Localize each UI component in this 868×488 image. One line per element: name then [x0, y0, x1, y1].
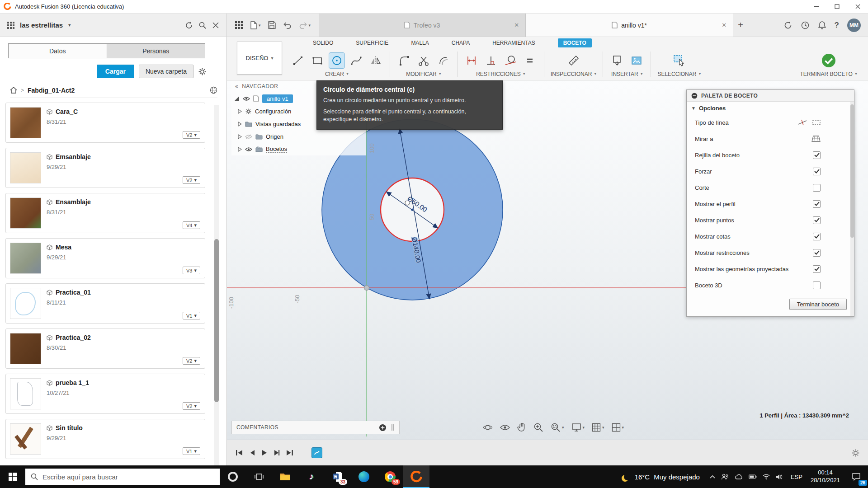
checkbox-rejilla[interactable]	[813, 151, 821, 159]
ribbon-tab-superficie[interactable]: SUPERFICIE	[356, 40, 388, 46]
taskbar-app-chrome[interactable]: 59	[377, 465, 403, 488]
insert-decal-icon[interactable]	[609, 53, 625, 68]
version-badge[interactable]: V2▾	[183, 357, 200, 365]
timeline-settings-gear-icon[interactable]	[851, 449, 860, 457]
perpendicular-constraint-icon[interactable]	[483, 53, 499, 68]
measure-tool-icon[interactable]	[566, 53, 581, 68]
expander-icon[interactable]	[238, 147, 242, 152]
taskbar-app-edge[interactable]	[351, 465, 377, 488]
taskbar-app-explorer[interactable]	[272, 465, 298, 488]
tree-row-origen[interactable]: Origen	[231, 130, 366, 143]
people-icon[interactable]	[721, 474, 729, 480]
onedrive-cloud-icon[interactable]	[735, 474, 743, 479]
checkbox-forzar[interactable]	[813, 168, 821, 175]
palette-section-opciones[interactable]: ▼ Opciones	[687, 102, 854, 114]
circle-tool-icon[interactable]	[329, 53, 344, 68]
panel-settings-gear-icon[interactable]	[198, 67, 207, 76]
version-badge[interactable]: V3▾	[183, 267, 200, 274]
offset-tool-icon[interactable]	[435, 53, 451, 68]
checkbox-geometrias-proyectadas[interactable]	[813, 265, 821, 273]
tree-row-bocetos[interactable]: Bocetos	[231, 143, 366, 155]
tangent-constraint-icon[interactable]	[503, 53, 518, 68]
taskbar-search[interactable]	[25, 469, 220, 485]
panel-scrollbar[interactable]	[214, 105, 219, 465]
group-label-seleccionar[interactable]: SELECCIONAR▾	[657, 71, 701, 79]
list-item[interactable]: Ensamblaje8/31/21 V4▾	[5, 193, 205, 233]
ribbon-tab-boceto[interactable]: BOCETO	[558, 38, 592, 47]
expander-icon[interactable]	[238, 122, 242, 127]
eye-icon[interactable]	[245, 147, 252, 152]
taskbar-app-fusion360[interactable]	[403, 465, 429, 488]
breadcrumb[interactable]: Fabdig_01-Act2	[28, 87, 75, 94]
save-icon[interactable]	[268, 21, 276, 29]
document-tab-trofeo[interactable]: Trofeo v3 ✕	[319, 14, 526, 37]
user-avatar[interactable]: MM	[847, 19, 861, 32]
battery-icon[interactable]	[749, 474, 757, 479]
checkbox-corte[interactable]	[813, 184, 821, 192]
timeline-play-icon[interactable]	[261, 449, 268, 456]
taskbar-task-view[interactable]	[246, 465, 272, 488]
display-settings-icon[interactable]: ▾	[571, 423, 585, 432]
add-comment-icon[interactable]	[379, 424, 387, 432]
list-item[interactable]: Sin título9/29/21 V1▾	[5, 419, 205, 459]
timeline-skip-start-icon[interactable]	[235, 449, 243, 456]
version-badge[interactable]: V1▾	[183, 312, 200, 319]
trim-scissors-icon[interactable]	[416, 53, 431, 68]
list-item[interactable]: Cara_C8/31/21 V2▾	[5, 103, 205, 143]
taskbar-weather[interactable]: 16°C Muy despejado	[618, 473, 705, 481]
maximize-button[interactable]	[826, 0, 847, 13]
timeline-skip-end-icon[interactable]	[286, 449, 294, 456]
refresh-icon[interactable]	[185, 21, 193, 29]
hidden-icons-chevron-icon[interactable]	[710, 475, 715, 479]
undo-icon[interactable]	[283, 22, 292, 29]
taskbar-app-word[interactable]: 33	[325, 465, 351, 488]
tab-datos[interactable]: Datos	[9, 44, 107, 58]
checkbox-mostrar-cotas[interactable]	[813, 233, 821, 240]
document-tab-anillo[interactable]: anillo v1* ✕	[526, 14, 733, 37]
drag-grip-icon[interactable]	[391, 424, 395, 431]
palette-scrollbar[interactable]	[850, 102, 854, 316]
close-tab-icon[interactable]: ✕	[722, 22, 726, 28]
viewports-icon[interactable]: ▾	[612, 423, 624, 432]
ribbon-tab-chapa[interactable]: CHAPA	[452, 40, 470, 46]
equal-constraint-icon[interactable]	[522, 53, 538, 68]
search-icon[interactable]	[198, 21, 207, 29]
construction-line-icon[interactable]	[812, 119, 821, 126]
new-folder-button[interactable]: Nueva carpeta	[139, 65, 193, 78]
redo-button[interactable]: ▾	[299, 22, 311, 29]
language-indicator[interactable]: ESP	[787, 474, 806, 480]
home-icon[interactable]	[10, 87, 17, 94]
version-badge[interactable]: V2▾	[183, 176, 200, 184]
taskbar-clock[interactable]: 00:14 28/10/2021	[806, 469, 844, 484]
list-item[interactable]: Practica_018/11/21 V1▾	[5, 283, 205, 324]
ribbon-tab-herramientas[interactable]: HERRAMIENTAS	[492, 40, 535, 46]
scrollbar-thumb[interactable]	[214, 239, 219, 402]
list-item[interactable]: Mesa9/29/21 V3▾	[5, 238, 205, 278]
select-tool-icon[interactable]	[671, 53, 687, 68]
finish-sketch-button[interactable]: Terminar boceto	[789, 299, 847, 310]
action-center[interactable]: 26	[844, 465, 868, 488]
group-label-restricciones[interactable]: RESTRICCIONES▾	[464, 71, 538, 79]
checkbox-mostrar-puntos[interactable]	[813, 216, 821, 224]
look-at-plane-icon[interactable]	[811, 135, 821, 142]
line-tool-icon[interactable]	[290, 53, 306, 68]
version-badge[interactable]: V2▾	[183, 402, 200, 410]
notifications-bell-icon[interactable]	[818, 21, 826, 30]
version-badge[interactable]: V2▾	[183, 131, 200, 139]
job-status-icon[interactable]	[783, 21, 793, 30]
version-badge[interactable]: V4▾	[183, 221, 200, 229]
list-item[interactable]: Practica_028/30/21 V2▾	[5, 328, 205, 369]
globe-icon[interactable]	[210, 86, 217, 94]
group-label-crear[interactable]: CREAR▾	[290, 71, 383, 79]
taskbar-app-tiktok[interactable]: ♪	[298, 465, 325, 488]
root-node-label[interactable]: anillo v1	[262, 94, 293, 103]
eye-hidden-icon[interactable]	[245, 134, 252, 139]
close-panel-icon[interactable]	[212, 22, 219, 29]
history-clock-icon[interactable]	[801, 21, 810, 30]
mirror-tool-icon[interactable]	[368, 53, 383, 68]
sketch-canvas[interactable]: Ø50.00 Ø140.00 100 50 -50 -100 « NAVEGAD…	[227, 80, 868, 440]
new-tab-button[interactable]: +	[733, 14, 748, 37]
workspace-selector[interactable]: DISEÑO ▾	[237, 42, 282, 75]
close-button[interactable]	[847, 0, 868, 13]
collapse-icon[interactable]: «	[235, 83, 238, 89]
